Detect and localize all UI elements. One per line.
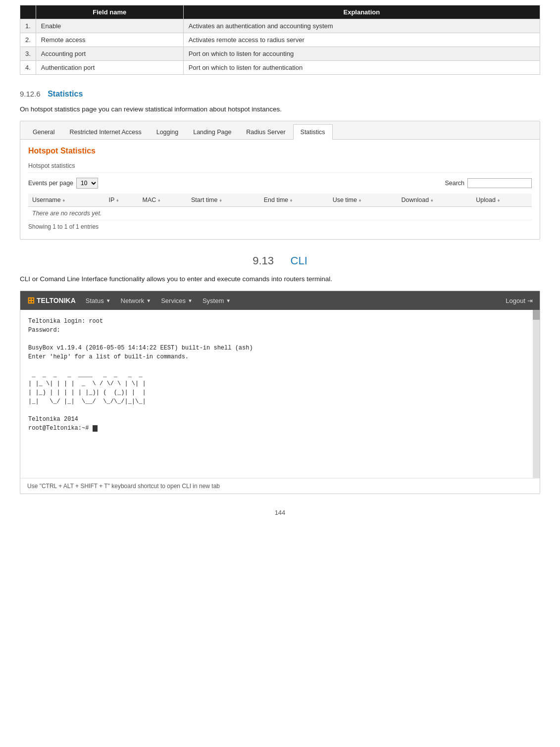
nav-services[interactable]: Services ▼ [161,297,193,304]
cli-terminal-wrapper: Teltonika login: root Password: BusyBox … [20,310,540,478]
nav-network-arrow: ▼ [146,298,151,303]
cli-terminal[interactable]: Teltonika login: root Password: BusyBox … [20,310,533,478]
row-explanation: Activates remote access to radius server [183,33,540,47]
terminal-scrollbar[interactable] [533,310,540,478]
col-upload[interactable]: Upload ♦ [472,194,532,207]
search-label: Search [445,180,464,187]
logo-text: TELTONIKA [37,297,76,304]
cli-cursor [93,425,98,432]
cli-section-number: 9.13 [253,254,274,267]
nav-system[interactable]: System ▼ [203,297,231,304]
page-number: 144 [20,509,540,516]
section-9-13-heading: 9.13 CLI [20,254,540,267]
nav-network[interactable]: Network ▼ [121,297,152,304]
tab-restricted-internet[interactable]: Restricted Internet Access [62,124,149,140]
hotspot-body: Hotspot Statistics Hotspot statistics Ev… [20,140,540,239]
cli-nav-items: Status ▼ Network ▼ Services ▼ System ▼ [86,297,496,304]
tab-general[interactable]: General [25,124,62,140]
cli-logout-button[interactable]: Logout ⇥ [506,297,533,304]
section-number: 9.12.6 [20,90,41,98]
per-page-select[interactable]: 10 25 50 [76,178,98,189]
cli-navbar: ⊞ TELTONIKA Status ▼ Network ▼ Services … [20,291,540,310]
tab-logging[interactable]: Logging [149,124,186,140]
terminal-output: Teltonika login: root Password: BusyBox … [28,317,525,433]
hotspot-subtitle: Hotspot statistics [28,162,532,173]
logout-icon: ⇥ [527,297,533,304]
col-use-time[interactable]: Use time ♦ [329,194,398,207]
per-page-control: Events per page 10 25 50 [28,178,98,189]
table-row: 1. Enable Activates an authentication an… [20,19,540,33]
col-mac[interactable]: MAC ♦ [139,194,187,207]
cli-footer: Use "CTRL + ALT + SHIFT + T" keyboard sh… [20,478,540,494]
nav-status-label: Status [86,297,104,304]
hotspot-controls: Events per page 10 25 50 Search [28,178,532,189]
col-end-time[interactable]: End time ♦ [260,194,329,207]
table-header-num [20,5,36,19]
col-username[interactable]: Username ♦ [28,194,105,207]
col-start-time[interactable]: Start time ♦ [187,194,260,207]
row-field: Remote access [36,33,183,47]
row-field: Authentication port [36,61,183,75]
hotspot-panel: General Restricted Internet Access Loggi… [20,121,540,240]
row-explanation: Activates an authentication and accounti… [183,19,540,33]
cli-section-title: CLI [291,254,307,267]
no-records-text: There are no records yet. [28,207,532,220]
tab-statistics[interactable]: Statistics [293,124,333,140]
stats-table: Username ♦ IP ♦ MAC ♦ Start time ♦ End t… [28,194,532,220]
row-num: 3. [20,47,36,61]
section-9-12-6-heading: 9.12.6 Statistics [20,90,540,99]
search-control: Search [445,178,532,188]
hotspot-tabs: General Restricted Internet Access Loggi… [20,121,540,140]
logout-label: Logout [506,297,525,304]
col-download[interactable]: Download ♦ [398,194,472,207]
row-explanation: Port on which to listen for authenticati… [183,61,540,75]
showing-entries: Showing 1 to 1 of 1 entries [28,220,532,232]
cli-logo: ⊞ TELTONIKA [27,295,76,306]
scrollbar-thumb [533,310,540,320]
row-field: Accounting port [36,47,183,61]
row-field: Enable [36,19,183,33]
tab-radius-server[interactable]: Radius Server [239,124,293,140]
field-explanation-table: Field name Explanation 1. Enable Activat… [20,5,540,75]
nav-status[interactable]: Status ▼ [86,297,111,304]
nav-services-label: Services [161,297,186,304]
row-num: 1. [20,19,36,33]
table-row: 2. Remote access Activates remote access… [20,33,540,47]
row-num: 4. [20,61,36,75]
nav-services-arrow: ▼ [188,298,193,303]
nav-network-label: Network [121,297,145,304]
table-row: 4. Authentication port Port on which to … [20,61,540,75]
per-page-label: Events per page [28,180,73,187]
table-header-explanation: Explanation [183,5,540,19]
cli-section-description: CLI or Comand Line Interface functionali… [20,275,540,283]
nav-status-arrow: ▼ [106,298,111,303]
nav-system-label: System [203,297,224,304]
table-row: 3. Accounting port Port on which to list… [20,47,540,61]
tab-landing-page[interactable]: Landing Page [186,124,239,140]
table-header-field: Field name [36,5,183,19]
section-description: On hotspot statistics page you can revie… [20,105,540,113]
row-num: 2. [20,33,36,47]
cli-panel: ⊞ TELTONIKA Status ▼ Network ▼ Services … [20,291,540,494]
nav-system-arrow: ▼ [226,298,231,303]
row-explanation: Port on which to listen for accounting [183,47,540,61]
search-input[interactable] [467,178,532,188]
logo-icon: ⊞ [27,295,35,306]
hotspot-title: Hotspot Statistics [28,147,532,155]
section-title: Statistics [48,90,83,98]
no-records-row: There are no records yet. [28,207,532,220]
col-ip[interactable]: IP ♦ [105,194,139,207]
